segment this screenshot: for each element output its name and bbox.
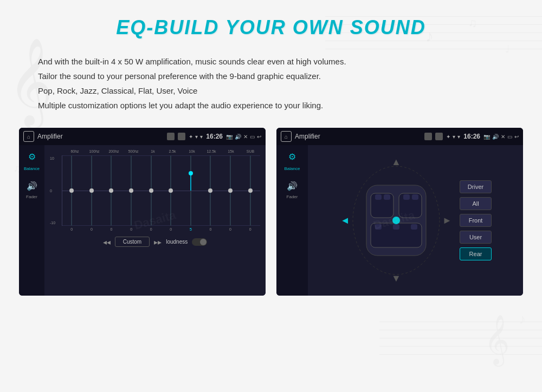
eq-bar-1[interactable]	[62, 155, 82, 226]
eq-bars-container	[62, 155, 260, 226]
home-icon[interactable]: ⌂	[23, 131, 34, 142]
desc-line4: Multiple customization options let you a…	[38, 98, 509, 113]
freq-200: 200hz	[104, 149, 124, 153]
car-control-area: ▲ ▼ ◄ ►	[339, 155, 453, 285]
custom-button[interactable]: Custom	[115, 237, 150, 247]
eq-chart-area: Dasaita 60hz 100hz 200hz 500hz 1k 2.5k 1…	[44, 145, 266, 296]
val-6: 0	[161, 227, 181, 231]
val-10: 0	[240, 227, 260, 231]
eq-chart: 10 0 -10	[62, 155, 260, 226]
y-label-0: 0	[50, 189, 55, 193]
fader-down-arrow[interactable]: ▼	[391, 273, 401, 284]
y-label-10: 10	[50, 156, 55, 160]
signal-icon: ▾	[195, 134, 198, 140]
front-button[interactable]: Front	[460, 214, 492, 227]
toggle-dot	[200, 239, 207, 245]
camera-icon: 📷	[226, 134, 233, 140]
back-icon: ↩	[257, 134, 261, 140]
eq-bar-9[interactable]	[221, 155, 241, 226]
close-icon: ✕	[243, 134, 248, 140]
home-icon-right[interactable]: ⌂	[281, 131, 292, 142]
bluetooth-icon-r: ✦	[446, 134, 450, 140]
volume-sidebar-icon-r[interactable]: 🔊	[283, 178, 301, 194]
svg-rect-8	[412, 194, 418, 200]
close-icon-r: ✕	[501, 134, 505, 140]
eq-bar-5[interactable]	[141, 155, 161, 226]
eq-bar-3[interactable]	[101, 155, 121, 226]
car-diagram	[339, 155, 453, 285]
balance-label[interactable]: Balance	[24, 166, 40, 171]
volume-icon: 🔊	[235, 134, 241, 140]
svg-rect-9	[375, 224, 382, 230]
loudness-toggle[interactable]	[192, 238, 207, 246]
topbar-status-icons: ✦ ▾ ▾	[189, 134, 203, 140]
freq-500: 500hz	[124, 149, 143, 153]
val-3: 0	[101, 227, 121, 231]
page-title: EQ-BUILD YOUR OWN SOUND	[33, 16, 509, 39]
freq-labels: 60hz 100hz 200hz 500hz 1k 2.5k 10k 12.5k…	[50, 149, 260, 153]
val-2: 0	[82, 227, 102, 231]
fader-label-r[interactable]: Fader	[283, 194, 301, 199]
eq-bar-10[interactable]	[240, 155, 260, 226]
eq-y-axis: 10 0 -10	[50, 155, 55, 226]
fader-topbar-status: ✦ ▾ ▾	[446, 134, 460, 140]
fader-label[interactable]: Fader	[23, 194, 41, 199]
eq-bar-4[interactable]	[121, 155, 141, 226]
eq-screen: ⌂ Amplifier ✦ ▾ ▾ 16:26 📷 🔊 ✕ ▭ ↩	[19, 128, 266, 296]
description-block: And with the built-in 4 x 50 W amplifica…	[33, 54, 509, 113]
freq-100: 100hz	[85, 149, 104, 153]
minimize-icon-r: ▭	[507, 134, 512, 140]
eq-bar-8[interactable]	[201, 155, 221, 226]
svg-rect-10	[393, 224, 399, 230]
desc-line3: Pop, Rock, Jazz, Classical, Flat, User, …	[38, 83, 509, 98]
freq-10k: 10k	[182, 149, 202, 153]
eq-topbar-title: Amplifier	[37, 133, 164, 140]
eq-screen-topbar: ⌂ Amplifier ✦ ▾ ▾ 16:26 📷 🔊 ✕ ▭ ↩	[19, 128, 266, 145]
eq-bar-6[interactable]	[161, 155, 181, 226]
val-5: 0	[141, 227, 161, 231]
user-button[interactable]: User	[460, 231, 492, 244]
volume-sidebar-icon[interactable]: 🔊	[23, 178, 41, 194]
fader-left-arrow[interactable]: ◄	[340, 215, 350, 226]
all-button[interactable]: All	[460, 197, 492, 210]
freq-60: 60hz	[65, 149, 85, 153]
val-8: 0	[201, 227, 221, 231]
fader-topbar-title: Amplifier	[295, 133, 421, 140]
fader-topbar-time: 16:26	[463, 133, 480, 140]
fader-topbar-right-icons: 📷 🔊 ✕ ▭ ↩	[483, 134, 519, 140]
eq-bars-icon[interactable]: ⚙	[26, 149, 38, 164]
val-1: 0	[62, 227, 82, 231]
val-4: 0	[121, 227, 141, 231]
eq-bars-icon-r[interactable]: ⚙	[286, 149, 298, 164]
back-icon-r: ↩	[514, 134, 519, 140]
desc-line2: Tailor the sound to your personal prefer…	[38, 69, 509, 83]
file-icon	[178, 133, 185, 140]
balance-label-r[interactable]: Balance	[285, 166, 300, 171]
eq-bottom-controls: ◂◂ Custom ▸▸ loudness	[50, 237, 260, 247]
fader-screen-body: ⚙ Balance 🔊 Fader Dasaita	[276, 145, 523, 296]
wifi-icon-r: ▾	[457, 134, 460, 140]
rear-button[interactable]: Rear	[460, 247, 492, 260]
bluetooth-icon: ✦	[189, 134, 193, 140]
loudness-label: loudness	[166, 239, 188, 245]
screenshots-row: ⌂ Amplifier ✦ ▾ ▾ 16:26 📷 🔊 ✕ ▭ ↩	[33, 128, 509, 296]
val-9: 0	[221, 227, 241, 231]
svg-rect-6	[384, 194, 390, 200]
prev-arrow[interactable]: ◂◂	[103, 238, 111, 246]
eq-bar-2[interactable]	[82, 155, 102, 226]
svg-rect-5	[375, 194, 382, 200]
desc-line1: And with the built-in 4 x 50 W amplifica…	[38, 54, 509, 69]
eq-value-labels: 0 0 0 0 0 0 5 0 0 0	[62, 227, 260, 231]
minimize-icon: ▭	[250, 134, 255, 140]
svg-rect-7	[403, 194, 410, 200]
eq-bar-7[interactable]	[181, 155, 201, 226]
driver-button[interactable]: Driver	[460, 180, 492, 193]
camera-icon-r: 📷	[483, 134, 490, 140]
val-7: 5	[181, 227, 201, 231]
next-arrow[interactable]: ▸▸	[154, 238, 162, 246]
fader-right-arrow[interactable]: ►	[442, 215, 452, 226]
y-label-n10: -10	[50, 221, 55, 225]
fader-up-arrow[interactable]: ▲	[391, 156, 401, 168]
svg-point-12	[392, 217, 400, 224]
lock-icon-right	[424, 133, 432, 140]
